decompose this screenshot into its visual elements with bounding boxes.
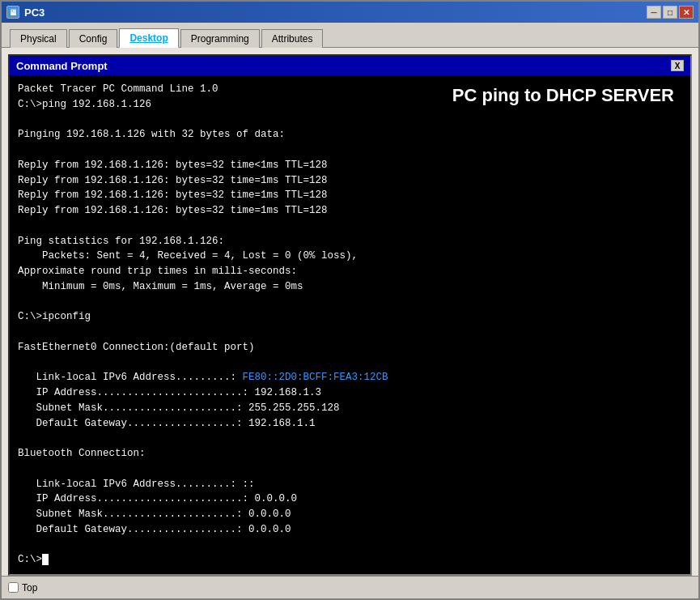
tab-attributes[interactable]: Attributes [261,29,324,48]
main-window: 🖥 PC3 ─ □ ✕ Physical Config Desktop Prog… [0,0,700,600]
cmd-title-bar: Command Prompt X [10,56,690,75]
bottom-bar: Top [2,576,698,598]
tab-bar: Physical Config Desktop Programming Attr… [2,23,698,48]
cmd-close-button[interactable]: X [671,60,684,71]
tab-programming[interactable]: Programming [180,29,260,48]
close-button[interactable]: ✕ [679,6,694,19]
maximize-button[interactable]: □ [663,6,677,19]
main-content: Command Prompt X PC ping to DHCP SERVER … [2,48,698,576]
cmd-heading: PC ping to DHCP SERVER [452,85,674,106]
tab-desktop[interactable]: Desktop [119,28,178,48]
top-checkbox-label: Top [22,582,37,594]
window-icon: 🖥 [6,6,19,19]
window-controls: ─ □ ✕ [647,6,694,19]
cmd-body[interactable]: PC ping to DHCP SERVER Packet Tracer PC … [10,75,690,574]
window-title: PC3 [24,6,45,19]
title-bar-left: 🖥 PC3 [6,6,45,19]
cmd-output: Packet Tracer PC Command Line 1.0 C:\>pi… [18,82,682,568]
ipv6-address-fe80: FE80::2D0:BCFF:FEA3:12CB [243,372,388,383]
top-checkbox[interactable] [8,582,19,593]
cursor [42,554,49,565]
tab-physical[interactable]: Physical [10,29,67,48]
tab-config[interactable]: Config [69,29,118,48]
title-bar: 🖥 PC3 ─ □ ✕ [2,2,698,23]
top-checkbox-area: Top [8,582,37,594]
cmd-window: Command Prompt X PC ping to DHCP SERVER … [8,54,692,576]
minimize-button[interactable]: ─ [647,6,661,19]
cmd-title: Command Prompt [16,60,108,72]
